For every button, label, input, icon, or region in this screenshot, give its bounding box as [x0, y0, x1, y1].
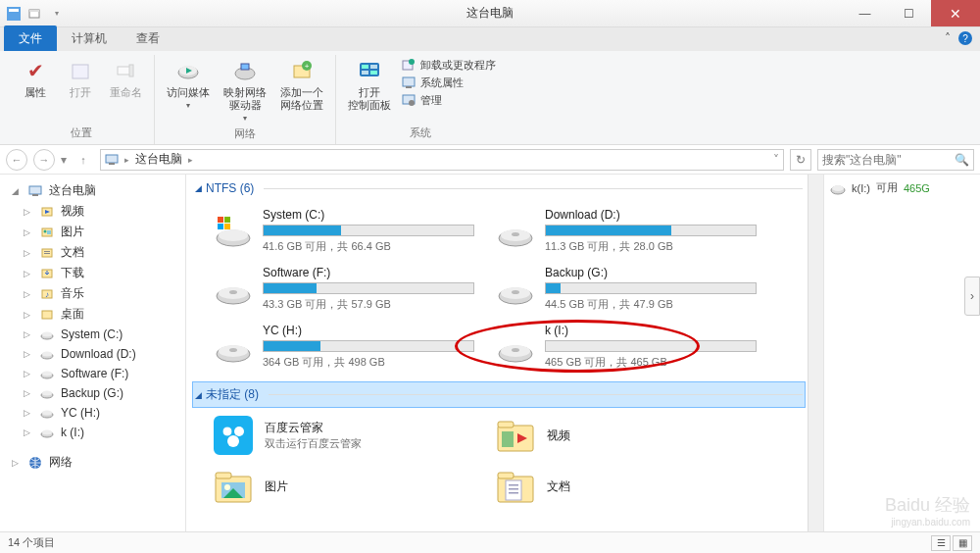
nav-forward-button[interactable]: → [33, 149, 55, 171]
sidebar-item[interactable]: ▷Software (F:) [0, 364, 185, 383]
sidebar-item[interactable]: ▷下载 [0, 263, 185, 283]
nav-back-button[interactable]: ← [6, 149, 27, 171]
sidebar-item[interactable]: ▷Backup (G:) [0, 383, 185, 403]
access-media-button[interactable]: 访问媒体 ▾ [163, 55, 214, 112]
search-input[interactable] [822, 153, 955, 167]
content-area[interactable]: ◢ NTFS (6) System (C:)41.6 GB 可用，共 66.4 … [186, 175, 823, 531]
sidebar-root-computer[interactable]: ◢ 这台电脑 [0, 180, 185, 201]
sidebar-item[interactable]: ▷视频 [0, 201, 185, 222]
drive-item[interactable]: Download (D:)11.3 GB 可用，共 28.0 GB [490, 204, 760, 258]
sidebar-item[interactable]: ▷桌面 [0, 304, 185, 325]
network-icon [27, 455, 43, 471]
drive-item[interactable]: k (I:)465 GB 可用，共 465 GB [490, 320, 760, 374]
help-icon[interactable]: ? [958, 31, 972, 45]
expand-icon[interactable]: ▷ [24, 207, 33, 217]
address-dropdown-icon[interactable]: ˅ [773, 153, 779, 167]
sidebar-item[interactable]: ▷♪音乐 [0, 283, 185, 304]
navigation-pane[interactable]: ◢ 这台电脑 ▷视频▷图片▷文档▷下载▷♪音乐▷桌面▷System (C:)▷D… [0, 175, 186, 531]
map-drive-button[interactable]: 映射网络 驱动器 ▾ [220, 55, 270, 125]
section-ntfs[interactable]: ◢ NTFS (6) [192, 176, 806, 200]
svg-rect-34 [47, 230, 51, 234]
expand-icon[interactable]: ▷ [24, 349, 33, 359]
ribbon-collapse-icon[interactable]: ˄ [945, 31, 951, 45]
view-details-button[interactable]: ☰ [931, 535, 951, 551]
manage-button[interactable]: 管理 [401, 92, 496, 108]
svg-rect-83 [502, 431, 514, 447]
nav-up-button[interactable]: ↑ [73, 149, 94, 171]
folder-name: 百度云管家 [265, 420, 362, 436]
drive-item[interactable]: YC (H:)364 GB 可用，共 498 GB [208, 320, 478, 374]
rename-button[interactable]: 重命名 [106, 55, 146, 101]
svg-rect-23 [406, 86, 412, 88]
breadcrumb-root[interactable]: 这台电脑 [135, 151, 182, 168]
sidebar-item[interactable]: ▷Download (D:) [0, 344, 185, 364]
add-network-location-button[interactable]: + 添加一个 网络位置 [276, 55, 327, 114]
open-control-panel-button[interactable]: 打开 控制面板 [344, 55, 395, 114]
svg-text:+: + [305, 62, 310, 71]
drive-usage-bar [263, 340, 474, 352]
expand-icon[interactable]: ▷ [24, 310, 33, 320]
expand-icon[interactable]: ▷ [24, 227, 33, 237]
app-icon [6, 6, 22, 22]
tab-file[interactable]: 文件 [4, 25, 57, 51]
titlebar: ▾ 这台电脑 — ☐ ✕ [0, 0, 980, 27]
ribbon: ✔ 属性 打开 重命名 位置 访问媒 [0, 51, 980, 145]
open-icon [67, 57, 94, 84]
minimize-button[interactable]: — [843, 0, 887, 26]
svg-point-66 [229, 290, 237, 294]
expand-icon[interactable]: ▷ [24, 369, 33, 378]
nav-history-dropdown[interactable]: ▾ [61, 153, 67, 167]
sidebar-item[interactable]: ▷YC (H:) [0, 403, 185, 423]
expand-icon[interactable]: ▷ [24, 289, 33, 299]
tab-computer[interactable]: 计算机 [57, 25, 122, 51]
show-preview-button[interactable]: › [964, 276, 980, 316]
expand-icon[interactable]: ▷ [24, 408, 33, 418]
properties-button[interactable]: ✔ 属性 [16, 55, 55, 101]
qat-dropdown-icon[interactable]: ▾ [49, 6, 65, 22]
expand-icon[interactable]: ▷ [24, 248, 33, 258]
svg-rect-86 [216, 473, 231, 478]
main-pane: ◢ NTFS (6) System (C:)41.6 GB 可用，共 66.4 … [186, 175, 823, 531]
sidebar-item[interactable]: ▷图片 [0, 222, 185, 242]
system-properties-button[interactable]: 系统属性 [401, 75, 496, 90]
scrollbar[interactable] [808, 175, 823, 531]
maximize-button[interactable]: ☐ [887, 0, 931, 26]
expand-icon[interactable]: ▷ [24, 269, 33, 278]
sidebar-network[interactable]: ▷ 网络 [0, 452, 185, 473]
refresh-button[interactable]: ↻ [790, 149, 811, 171]
drive-item[interactable]: System (C:)41.6 GB 可用，共 66.4 GB [208, 204, 478, 258]
qat-icon[interactable] [27, 6, 43, 22]
expand-icon[interactable]: ▷ [12, 458, 22, 468]
drive-icon [212, 214, 255, 249]
close-button[interactable]: ✕ [931, 0, 980, 26]
control-panel-icon [356, 57, 383, 84]
drive-item[interactable]: Software (F:)43.3 GB 可用，共 57.9 GB [208, 262, 478, 316]
expand-icon[interactable]: ▷ [24, 329, 33, 339]
folder-item[interactable]: 文档 [490, 463, 760, 510]
expand-icon[interactable]: ▷ [24, 388, 33, 398]
open-button[interactable]: 打开 [61, 55, 100, 101]
search-box[interactable]: 🔍 [817, 149, 974, 171]
sidebar-item[interactable]: ▷文档 [0, 242, 185, 263]
drive-name: YC (H:) [263, 324, 474, 337]
address-bar[interactable]: ▸ 这台电脑 ▸ ˅ [100, 149, 784, 171]
sidebar-item-label: 视频 [61, 203, 84, 220]
svg-point-49 [42, 391, 52, 396]
sidebar-item[interactable]: ▷k (I:) [0, 423, 185, 442]
folder-item[interactable]: 百度云管家双击运行百度云管家 [208, 412, 478, 459]
svg-point-75 [512, 348, 519, 352]
folder-icon [39, 307, 55, 323]
sidebar-item[interactable]: ▷System (C:) [0, 325, 185, 344]
view-icons-button[interactable]: ▦ [953, 535, 972, 551]
drive-item[interactable]: Backup (G:)44.5 GB 可用，共 47.9 GB [490, 262, 760, 316]
section-unspecified[interactable]: ◢ 未指定 (8) [192, 381, 806, 408]
tab-view[interactable]: 查看 [122, 25, 174, 51]
folder-item[interactable]: 图片 [208, 463, 478, 510]
collapse-icon: ◢ [195, 183, 202, 193]
manage-icon [401, 92, 416, 108]
folder-item[interactable]: 视频 [490, 412, 760, 459]
svg-text:♪: ♪ [45, 290, 49, 299]
expand-icon[interactable]: ▷ [24, 427, 33, 437]
uninstall-programs-button[interactable]: 卸载或更改程序 [401, 57, 496, 73]
expand-icon[interactable]: ◢ [12, 186, 22, 196]
